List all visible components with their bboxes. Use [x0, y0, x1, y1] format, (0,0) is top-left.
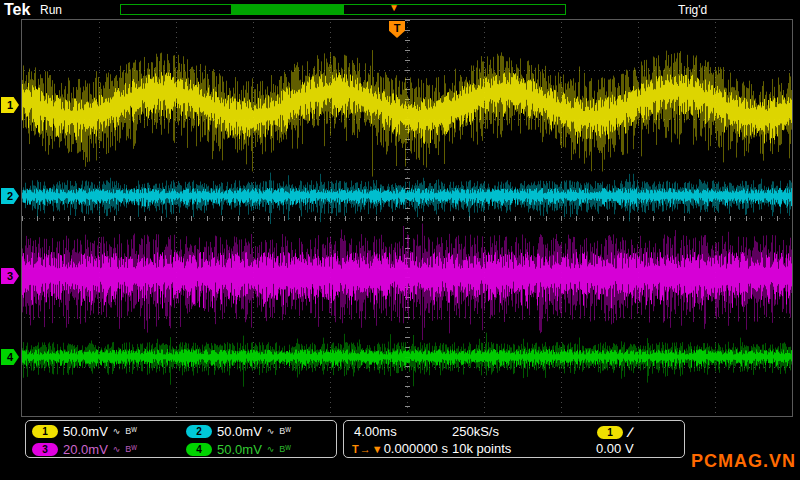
channel-1-scale: 50.0mV [63, 424, 108, 439]
waveform-canvas [22, 20, 792, 416]
record-view-window [231, 5, 344, 14]
tek-logo: Tek [4, 1, 30, 19]
coupling-icon: ∿ [267, 426, 275, 436]
horizontal-readout-box: 4.00ms 250kS/s T → ▼ 0.000000 s 10k poin… [343, 420, 685, 458]
watermark: PCMAG.VN [691, 451, 796, 472]
channel-1-readout: 1 50.0mV ∿ Bᵂ [32, 423, 137, 439]
acquisition-status: Run [40, 3, 62, 17]
trigger-marker-icon: ▼ [372, 443, 383, 455]
arrow-right-icon: → [360, 443, 371, 455]
channel-2-badge[interactable]: 2 [186, 425, 212, 438]
bandwidth-icon: Bᵂ [279, 444, 291, 454]
record-view-bar: ▼ [120, 4, 566, 15]
channel-2-readout: 2 50.0mV ∿ Bᵂ [186, 423, 291, 439]
channel-1-marker[interactable]: 1 [1, 97, 19, 113]
channel-3-readout: 3 20.0mV ∿ Bᵂ [32, 441, 137, 457]
trigger-level: 0.00 V [596, 441, 634, 456]
channel-3-scale: 20.0mV [63, 442, 108, 457]
trigger-source-badge[interactable]: 1 [597, 426, 623, 439]
bandwidth-icon: Bᵂ [125, 426, 137, 436]
time-scale: 4.00ms [354, 424, 397, 439]
sample-rate: 250kS/s [452, 424, 499, 439]
trigger-time-readout: T → ▼ 0.000000 s [352, 441, 448, 456]
channel-3-marker[interactable]: 3 [1, 268, 19, 284]
channel-4-marker[interactable]: 4 [1, 349, 19, 365]
channel-2-scale: 50.0mV [217, 424, 262, 439]
trigger-source-readout: 1 ∕ [597, 424, 631, 440]
top-bar: Tek Run ▼ Trig'd [0, 0, 800, 20]
trigger-status: Trig'd [678, 3, 707, 17]
vertical-readout-box: 1 50.0mV ∿ Bᵂ 2 50.0mV ∿ Bᵂ 3 20.0mV ∿ B… [25, 420, 337, 458]
trigger-t-icon: T [352, 443, 359, 455]
graticule [21, 19, 793, 417]
record-length: 10k points [452, 441, 511, 456]
channel-2-marker[interactable]: 2 [1, 188, 19, 204]
rising-slope-icon: ∕ [629, 424, 631, 440]
channel-4-badge[interactable]: 4 [186, 443, 212, 456]
bandwidth-icon: Bᵂ [279, 426, 291, 436]
channel-1-badge[interactable]: 1 [32, 425, 58, 438]
bandwidth-icon: Bᵂ [125, 444, 137, 454]
coupling-icon: ∿ [267, 444, 275, 454]
coupling-icon: ∿ [113, 444, 121, 454]
record-trigger-marker-icon: ▼ [389, 2, 399, 13]
coupling-icon: ∿ [113, 426, 121, 436]
trigger-time-value: 0.000000 s [384, 441, 448, 456]
channel-4-scale: 50.0mV [217, 442, 262, 457]
channel-3-badge[interactable]: 3 [32, 443, 58, 456]
channel-4-readout: 4 50.0mV ∿ Bᵂ [186, 441, 291, 457]
